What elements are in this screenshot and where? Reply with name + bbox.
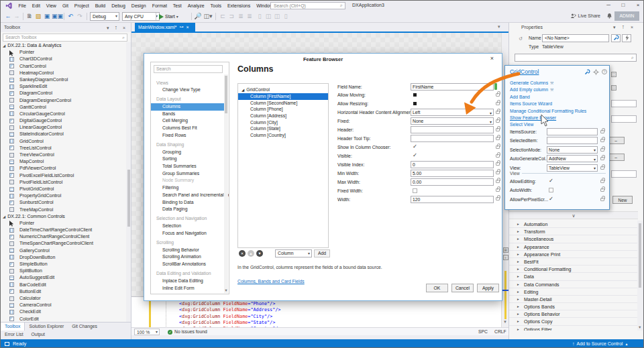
property-input[interactable]: 120	[411, 196, 494, 203]
menu-item-format[interactable]: Format	[149, 1, 170, 10]
category-miscellaneous[interactable]: ▸Miscellaneous	[509, 235, 637, 243]
property-select[interactable]: Left▾	[411, 109, 494, 116]
feature-nav-item[interactable]: Scrolling Animation	[151, 253, 225, 261]
toolbox-item[interactable]: ChartControl	[1, 63, 127, 70]
column-type-select[interactable]: Column▾	[275, 249, 312, 257]
pin-icon[interactable]: ⊶	[179, 23, 183, 32]
smart-field-control[interactable]	[547, 137, 598, 144]
help-icon[interactable]: ?	[602, 69, 607, 74]
toolbox-item[interactable]: DigitalGaugeControl	[1, 117, 127, 124]
new-button[interactable]: New	[612, 196, 633, 204]
account-admin-button[interactable]: ADMIN	[614, 11, 639, 21]
close-button[interactable]: ×	[631, 1, 644, 9]
binding-lock-icon[interactable]	[496, 146, 500, 149]
category-editing[interactable]: ▸Editing	[509, 288, 637, 296]
smart-field-control[interactable]: AddNew▾	[547, 155, 598, 162]
property-input[interactable]: 5.00	[411, 170, 494, 177]
toolbox-item[interactable]: Calculator	[1, 295, 127, 302]
tab-error-list[interactable]: Error List	[1, 331, 28, 339]
category-transform[interactable]: ▸Transform	[509, 228, 637, 235]
binding-lock-icon[interactable]	[600, 139, 604, 142]
smart-field-select[interactable]: TableView▾	[547, 164, 598, 172]
window-position-icon[interactable]: ▾	[613, 25, 616, 30]
property-value-fragment[interactable]	[611, 115, 637, 123]
category-options-filter[interactable]: ▸Options Filter	[509, 326, 637, 331]
zoom-level-select[interactable]: 100 %▾	[134, 329, 160, 335]
configuration-select[interactable]: Debug▾	[90, 12, 119, 21]
feature-search-input[interactable]: Search	[154, 65, 223, 73]
tree-item[interactable]: Column [Address]	[238, 113, 328, 119]
category-appearance-print[interactable]: ▸Appearance Print	[509, 251, 637, 258]
toolbox-item[interactable]: HeatmapControl	[1, 70, 127, 76]
notifications-bell-icon[interactable]	[606, 13, 612, 20]
toolbox-item[interactable]: BarCodeEdit	[1, 282, 127, 288]
category-conditional-formatting[interactable]: ▸Conditional Formatting	[509, 266, 637, 273]
smart-check-control[interactable]: ✓	[547, 196, 598, 203]
bookmark-next-icon[interactable]: ◫	[264, 12, 272, 21]
menu-item-file[interactable]: File	[15, 1, 29, 10]
property-control[interactable]: ✓	[411, 143, 494, 151]
checkbox-checked[interactable]: ✓	[549, 195, 553, 202]
menu-item-git[interactable]: Git	[59, 1, 71, 10]
scroll-down-icon[interactable]: ▼	[503, 320, 507, 324]
feature-nav-item[interactable]: Fixed Rows	[151, 132, 225, 139]
expand-icon[interactable]: ⛶	[611, 85, 616, 91]
save-icon[interactable]: ▣	[43, 12, 51, 21]
toolbox-item[interactable]: CircularGaugeControl	[1, 111, 127, 117]
toolbox-item[interactable]: PdfViewerControl	[1, 165, 127, 172]
smart-link-manage-conditional-formatting-rules[interactable]: Manage Conditional Formatting Rules	[505, 108, 609, 115]
binding-lock-icon[interactable]	[496, 111, 500, 114]
toolbox-item[interactable]: Chart3DControl	[1, 56, 127, 62]
toolbox-item[interactable]: Pointer	[1, 49, 127, 56]
smart-link-generate-columns[interactable]: Generate Columns⚒	[505, 80, 609, 86]
toolbox-item[interactable]: LinearGaugeControl	[1, 124, 127, 131]
toolbox-item[interactable]: TreeListControl	[1, 145, 127, 152]
property-control[interactable]: Left▾	[411, 109, 494, 116]
gear-icon[interactable]	[593, 69, 599, 76]
feature-nav-item[interactable]: Focus and Navigation	[151, 230, 225, 237]
issues-indicator[interactable]: ✓ No issues found	[168, 329, 207, 335]
ok-button[interactable]: OK	[426, 284, 448, 292]
collapse-chevron[interactable]: ∨	[509, 211, 638, 219]
events-lightning-button[interactable]	[622, 34, 631, 42]
binding-lock-icon[interactable]	[496, 171, 500, 174]
toolbox-search-input[interactable]: Search Toolbox ⌕	[3, 34, 127, 42]
window-position-icon[interactable]: ▾	[107, 25, 109, 30]
toolbox-item[interactable]: MapControl	[1, 158, 127, 165]
feature-nav-item[interactable]: Scrolling Behavior	[151, 247, 225, 254]
binding-lock-icon[interactable]	[600, 157, 604, 160]
toolbox-item[interactable]: PivotGridControl	[1, 186, 127, 192]
smart-check-control[interactable]: ✓	[547, 178, 598, 185]
indent-mode-label[interactable]: SPC	[478, 329, 488, 335]
start-debug-button[interactable]: Start ▾	[159, 12, 178, 21]
smart-field-control[interactable]: None▾	[547, 146, 598, 154]
toolbox-item[interactable]: StateIndicatorControl	[1, 131, 127, 137]
category-bestfit[interactable]: ▸BestFit	[509, 258, 637, 266]
tree-item[interactable]: Column [Phone]	[238, 106, 328, 113]
binding-lock-icon[interactable]	[496, 180, 500, 183]
tristate-checkbox[interactable]	[413, 102, 417, 105]
toolbox-item[interactable]: GanttControl	[1, 104, 127, 111]
tab-toolbox[interactable]: Toolbox	[1, 323, 25, 331]
close-icon[interactable]: ×	[631, 25, 633, 30]
menu-item-test[interactable]: Test	[170, 1, 184, 10]
smart-link-add-empty-column[interactable]: Add Empty column⚒	[505, 86, 609, 93]
menu-item-project[interactable]: Project	[71, 1, 92, 10]
feature-nav-item[interactable]: ScrollBar Annotations	[151, 261, 225, 268]
navigate-back-icon[interactable]: ←	[4, 12, 12, 21]
properties-search-input[interactable]: ⌕	[515, 54, 637, 62]
wrench-icon[interactable]	[584, 69, 590, 76]
navigate-forward-icon[interactable]: →	[13, 12, 21, 21]
property-input[interactable]	[411, 126, 494, 133]
close-tab-icon[interactable]: ×	[186, 23, 189, 32]
property-control[interactable]: 120	[411, 196, 494, 203]
binding-lock-icon[interactable]	[496, 128, 500, 131]
expand-icon[interactable]: ⛶	[611, 72, 616, 77]
redo-icon[interactable]: ↷	[76, 12, 84, 21]
menu-item-design[interactable]: Design	[128, 1, 149, 10]
property-control[interactable]: None▾	[411, 117, 494, 125]
property-control[interactable]	[411, 91, 494, 99]
add-to-source-control-button[interactable]: ↑ Add to Source Control ▲	[572, 341, 628, 346]
tree-item[interactable]: Column [Country]	[238, 132, 328, 139]
new-file-icon[interactable]: 🗎	[25, 12, 34, 21]
